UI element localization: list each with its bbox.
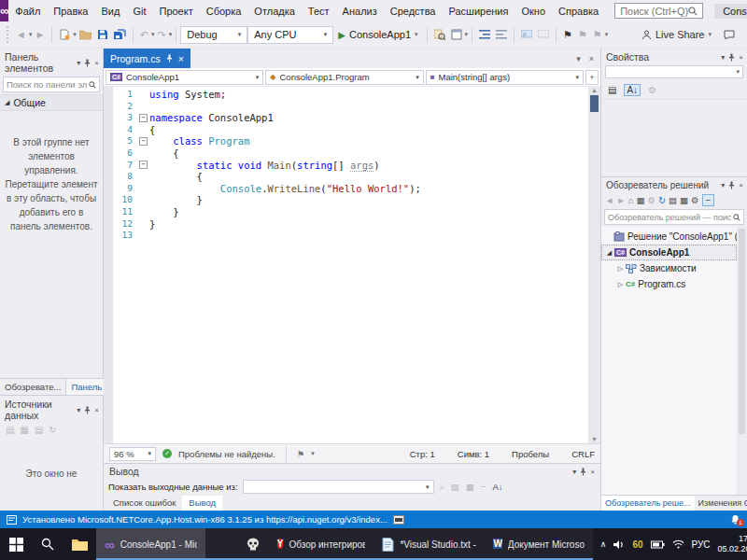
- pin-icon[interactable]: [728, 53, 735, 62]
- refresh-data-source-icon[interactable]: ↻: [49, 425, 56, 435]
- scrollbar-thumb[interactable]: [739, 229, 745, 434]
- word-wrap-icon[interactable]: A↓: [491, 482, 503, 492]
- pin-icon[interactable]: [84, 59, 91, 67]
- menu-item-4[interactable]: Проект: [152, 6, 199, 17]
- toolbox-search-box[interactable]: Поиск по панели элемен: [3, 77, 100, 92]
- quick-search-box[interactable]: Поиск (Ctrl+Q): [614, 3, 703, 19]
- project-dropdown[interactable]: C# ConsoleApp1 ▾: [106, 70, 263, 85]
- tree-item-0[interactable]: Решение "ConsoleApp1" (проекты: 1 из 1): [601, 229, 737, 245]
- fold-marker-icon[interactable]: −: [137, 114, 149, 122]
- scroll-down-icon[interactable]: ▼: [591, 436, 598, 442]
- health-check-icon[interactable]: ✓: [162, 449, 172, 458]
- find-message-icon[interactable]: ⌕: [439, 482, 445, 493]
- find-in-code-icon[interactable]: [431, 28, 448, 41]
- tree-item-1[interactable]: ◢C#ConsoleApp1: [601, 245, 737, 260]
- fold-marker-icon[interactable]: −: [137, 161, 149, 169]
- solution-search-box[interactable]: Обозреватель решений — поиск (Ctrl+»: [604, 209, 744, 225]
- indent-increase-icon[interactable]: [493, 29, 510, 40]
- new-project-icon[interactable]: [56, 28, 73, 41]
- expanded-arrow-icon[interactable]: ◢: [604, 249, 614, 257]
- editor-vertical-scrollbar[interactable]: ▲ ▼: [588, 87, 600, 443]
- indent-decrease-icon[interactable]: [476, 29, 493, 40]
- clear-all-icon[interactable]: −: [480, 482, 487, 492]
- code-window-chevron-icon[interactable]: ▾: [465, 31, 469, 38]
- close-tab-icon[interactable]: ×: [178, 53, 184, 64]
- configuration-dropdown[interactable]: Debug ▾: [180, 26, 247, 44]
- project-badge[interactable]: ConsoleApp1: [714, 4, 747, 19]
- spaces-indicator[interactable]: Пробелы: [512, 449, 549, 459]
- tab-output[interactable]: Вывод: [182, 496, 222, 511]
- menu-item-10[interactable]: Расширения: [442, 6, 514, 17]
- properties-shortcut-icon[interactable]: ⚙: [691, 195, 699, 205]
- chevron-down-icon[interactable]: ▾: [572, 468, 576, 476]
- show-all-files-icon[interactable]: ▦: [680, 195, 688, 205]
- messages-filter-chevron-icon[interactable]: ▾: [311, 450, 315, 457]
- line-indicator[interactable]: Стр: 1: [410, 449, 435, 459]
- language-indicator[interactable]: РУС: [692, 539, 711, 550]
- tree-item-3[interactable]: ▷C#Program.cs: [601, 276, 737, 292]
- member-dropdown[interactable]: ■ Main(string[] args) ▾: [426, 70, 584, 85]
- add-data-source-icon[interactable]: ▤: [6, 425, 14, 435]
- code-line-2[interactable]: 2: [113, 101, 588, 113]
- pin-icon[interactable]: [580, 468, 586, 476]
- volume-icon[interactable]: [613, 539, 625, 550]
- switch-views-icon[interactable]: ▦: [637, 195, 645, 205]
- tab-error-list[interactable]: Список ошибок: [106, 496, 182, 511]
- bookmark-icon[interactable]: ⚑: [560, 28, 575, 42]
- save-all-icon[interactable]: [111, 28, 129, 41]
- bookmark-chevron-icon[interactable]: ▾: [605, 31, 609, 38]
- redo-icon[interactable]: ↷: [155, 28, 169, 42]
- messages-filter-icon[interactable]: ⚑: [297, 449, 305, 459]
- word-task[interactable]: WДокумент Microso...: [485, 528, 592, 560]
- menu-item-3[interactable]: Git: [126, 6, 152, 17]
- code-line-9[interactable]: 9 Console.WriteLine("Hello World!");: [113, 183, 588, 195]
- menu-item-9[interactable]: Средства: [384, 6, 443, 17]
- zoom-dropdown[interactable]: 96 % ▾: [109, 447, 156, 461]
- close-icon[interactable]: ×: [94, 406, 99, 414]
- menu-item-11[interactable]: Окно: [514, 6, 552, 17]
- code-line-6[interactable]: 6 {: [113, 147, 588, 160]
- chevron-down-icon[interactable]: ▾: [77, 406, 80, 414]
- previous-bookmark-icon[interactable]: ⚑: [575, 28, 590, 42]
- navigate-back-icon[interactable]: ◄: [13, 28, 29, 41]
- close-icon[interactable]: ×: [94, 59, 99, 67]
- problems-status[interactable]: Проблемы не найдены.: [178, 449, 275, 459]
- tab-program-cs[interactable]: Program.cs ×: [104, 49, 190, 68]
- tree-item-2[interactable]: ▷Зависимости: [601, 260, 737, 276]
- save-icon[interactable]: [94, 28, 111, 41]
- code-line-10[interactable]: 10 }: [113, 194, 588, 206]
- visual-studio-task[interactable]: ∞ConsoleApp1 - Mic...: [96, 528, 205, 560]
- alphabetical-icon[interactable]: A↓: [624, 84, 641, 96]
- notifications-icon[interactable]: 1: [730, 514, 740, 525]
- taskbar-clock[interactable]: 17:31 05.02.2023: [718, 534, 747, 554]
- categorized-icon[interactable]: ▤: [606, 85, 618, 95]
- menu-item-1[interactable]: Правка: [47, 6, 94, 17]
- back-icon[interactable]: ◄: [605, 195, 613, 205]
- home-icon[interactable]: ⌂: [628, 195, 634, 205]
- code-line-5[interactable]: 5− class Program: [113, 135, 588, 147]
- code-editor[interactable]: 1using System;23−namespace ConsoleApp14{…: [104, 87, 600, 443]
- menu-item-5[interactable]: Сборка: [200, 6, 248, 17]
- menu-item-8[interactable]: Анализ: [336, 6, 384, 17]
- properties-object-dropdown[interactable]: ▾: [605, 65, 743, 78]
- background-tasks-icon[interactable]: [393, 515, 404, 525]
- close-icon[interactable]: ×: [590, 468, 595, 476]
- tab-git-changes[interactable]: Изменения Git — п...: [695, 496, 747, 511]
- feedback-icon[interactable]: [721, 29, 738, 41]
- scroll-up-icon[interactable]: ▲: [591, 87, 598, 93]
- battery-percent-indicator[interactable]: 60: [632, 539, 642, 550]
- collapse-all-icon[interactable]: ▤: [669, 195, 677, 205]
- comment-icon[interactable]: //: [518, 29, 535, 40]
- tab-server-explorer[interactable]: Обозревате...: [0, 379, 65, 395]
- forward-icon[interactable]: ►: [616, 195, 625, 205]
- start-button[interactable]: [0, 528, 32, 560]
- menu-item-12[interactable]: Справка: [552, 6, 605, 17]
- tab-solution-explorer[interactable]: Обозреватель реше...: [601, 496, 695, 511]
- preview-selected-items-button[interactable]: −: [702, 194, 715, 206]
- configure-data-source-icon[interactable]: ▤: [35, 425, 43, 435]
- pin-icon[interactable]: [728, 181, 735, 189]
- refresh-icon[interactable]: ↻: [658, 195, 666, 205]
- next-bookmark-icon[interactable]: ⚑: [590, 28, 605, 42]
- split-window-button[interactable]: +: [585, 70, 599, 85]
- pin-icon[interactable]: [84, 406, 91, 414]
